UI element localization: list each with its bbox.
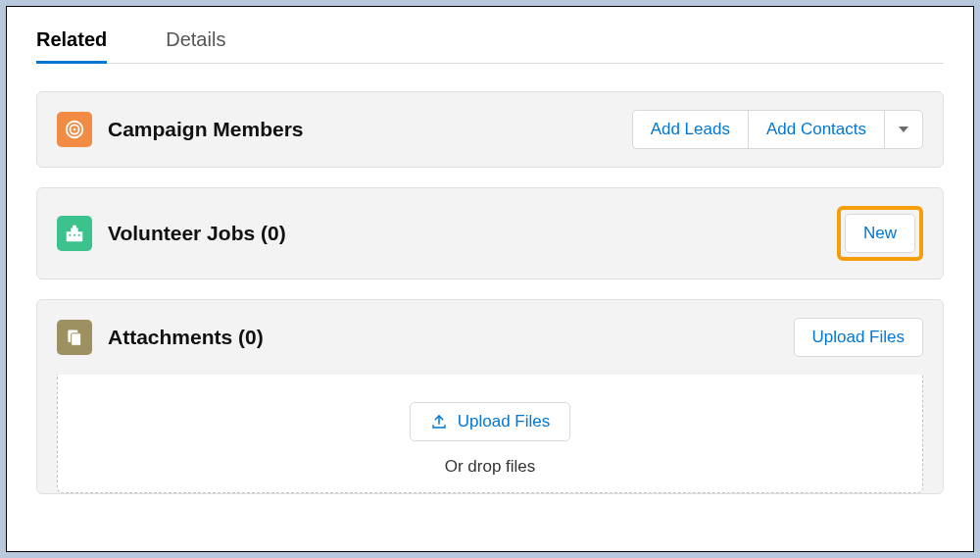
card-volunteer-jobs: Volunteer Jobs (0) New bbox=[36, 187, 944, 279]
upload-icon bbox=[430, 413, 448, 431]
svg-point-2 bbox=[74, 128, 76, 131]
svg-rect-4 bbox=[74, 234, 75, 236]
dropzone-container: Upload Files Or drop files bbox=[57, 375, 923, 493]
title-wrap: Volunteer Jobs (0) bbox=[57, 216, 286, 251]
card-campaign-members: Campaign Members Add Leads Add Contacts bbox=[36, 91, 944, 168]
volunteer-icon bbox=[57, 216, 92, 251]
card-header: Campaign Members Add Leads Add Contacts bbox=[37, 92, 943, 167]
campaign-more-button[interactable] bbox=[884, 110, 923, 149]
svg-rect-3 bbox=[70, 234, 72, 236]
campaign-actions: Add Leads Add Contacts bbox=[632, 110, 923, 149]
title-wrap: Attachments (0) bbox=[57, 320, 264, 355]
add-leads-button[interactable]: Add Leads bbox=[632, 110, 748, 149]
highlight-annotation: New bbox=[837, 206, 923, 261]
card-header: Attachments (0) Upload Files bbox=[37, 300, 943, 375]
upload-files-inner-button[interactable]: Upload Files bbox=[410, 402, 571, 441]
drop-files-text: Or drop files bbox=[445, 457, 536, 477]
upload-files-button[interactable]: Upload Files bbox=[794, 318, 924, 357]
add-contacts-button[interactable]: Add Contacts bbox=[748, 110, 884, 149]
page-container: Related Details Campaign Members Add Lea… bbox=[6, 6, 974, 552]
tab-related[interactable]: Related bbox=[36, 19, 107, 64]
attachments-title: Attachments (0) bbox=[108, 326, 264, 349]
attachments-icon bbox=[57, 320, 92, 355]
campaign-icon bbox=[57, 112, 92, 147]
card-header: Volunteer Jobs (0) New bbox=[37, 188, 943, 279]
title-wrap: Campaign Members bbox=[57, 112, 304, 147]
campaign-title: Campaign Members bbox=[108, 118, 304, 141]
upload-inner-label: Upload Files bbox=[458, 412, 551, 431]
tab-bar: Related Details bbox=[36, 19, 944, 64]
card-attachments: Attachments (0) Upload Files Upload File… bbox=[36, 299, 944, 494]
tab-details[interactable]: Details bbox=[166, 19, 225, 64]
volunteer-title: Volunteer Jobs (0) bbox=[108, 222, 286, 245]
svg-rect-5 bbox=[78, 234, 80, 236]
chevron-down-icon bbox=[898, 124, 909, 135]
svg-rect-7 bbox=[72, 333, 81, 346]
new-button[interactable]: New bbox=[845, 214, 915, 253]
file-dropzone[interactable]: Upload Files Or drop files bbox=[58, 375, 922, 492]
